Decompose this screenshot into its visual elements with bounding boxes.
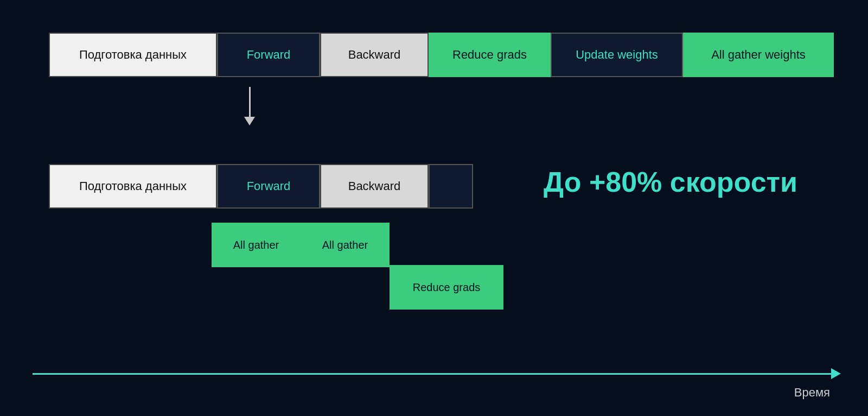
arrow-down [244, 87, 255, 125]
prep-label: Подготовка данных [79, 48, 187, 62]
allgather-block-1: All gather [212, 223, 301, 267]
bottom-pipeline-row: Подготовка данных Forward Backward [49, 164, 473, 209]
top-pipeline-row: Подготовка данных Forward Backward Reduc… [49, 33, 834, 77]
allgather1-label: All gather [233, 239, 279, 251]
arrow-head [244, 117, 255, 125]
allgather-top-label: All gather weights [711, 48, 806, 62]
arrow-shaft [249, 87, 251, 117]
block-forward: Forward [217, 33, 320, 77]
timeline-line [33, 373, 831, 375]
speed-text: До +80% скорости [544, 166, 797, 198]
block-allgather-top: All gather weights [683, 33, 834, 77]
forward-label: Forward [247, 48, 291, 62]
timeline [33, 368, 841, 379]
block-reduce: Reduce grads [429, 33, 551, 77]
update-label: Update weights [576, 48, 658, 62]
block-backward2: Backward [320, 164, 429, 209]
speed-value: До +80% скорости [544, 166, 797, 198]
backward2-label: Backward [348, 179, 401, 193]
backward-label: Backward [348, 48, 401, 62]
block-forward2: Forward [217, 164, 320, 209]
block-prep: Подготовка данных [49, 33, 217, 77]
reduce-row: Reduce grads [301, 266, 503, 310]
timeline-arrow [831, 368, 841, 379]
block-small-dark [429, 164, 473, 209]
allgather-row: All gather All gather [212, 223, 390, 267]
prep2-label: Подготовка данных [79, 179, 187, 193]
reduce-block: Reduce grads [390, 265, 503, 310]
reduce-label2: Reduce grads [413, 281, 481, 294]
allgather2-label: All gather [322, 239, 368, 251]
block-update: Update weights [551, 33, 683, 77]
forward2-label: Forward [247, 179, 291, 193]
block-prep2: Подготовка данных [49, 164, 217, 209]
reduce-label: Reduce grads [452, 48, 527, 62]
main-container: Подготовка данных Forward Backward Reduc… [0, 0, 868, 416]
time-label: Время [794, 386, 830, 400]
allgather-block-2: All gather [301, 223, 390, 267]
time-label-text: Время [794, 386, 830, 399]
block-backward: Backward [320, 33, 429, 77]
